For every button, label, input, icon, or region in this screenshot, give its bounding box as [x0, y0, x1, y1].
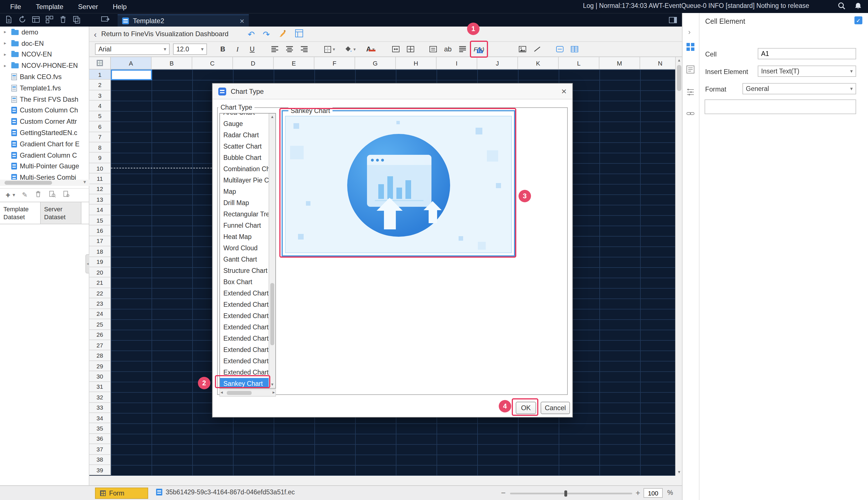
dataset-tab[interactable]: Template Dataset	[0, 202, 41, 224]
chart-type-option[interactable]: Bubble Chart	[220, 152, 270, 163]
tree-item[interactable]: Multi-Pointer Gauge	[0, 161, 89, 172]
row-header[interactable]: 14	[89, 205, 111, 215]
tree-item[interactable]: doc-EN	[0, 38, 89, 49]
row-header[interactable]: 6	[89, 122, 111, 132]
select-all-corner[interactable]	[89, 57, 111, 69]
row-header[interactable]: 17	[89, 236, 111, 247]
cell-ref-input[interactable]	[758, 48, 856, 59]
insert-line-button[interactable]	[531, 43, 544, 55]
row-header[interactable]: 13	[89, 194, 111, 205]
merge-cells-button[interactable]	[389, 43, 403, 55]
scroll-down-icon[interactable]: ▾	[676, 469, 682, 476]
font-family-select[interactable]: Arial ▾	[95, 44, 170, 55]
tree-item[interactable]: Multi-Series Combi	[0, 172, 89, 180]
chart-type-option[interactable]: Structure Chart	[220, 265, 270, 276]
tree-item[interactable]: The First FVS Dash	[0, 94, 89, 105]
chart-type-option[interactable]: Drill Map	[220, 197, 270, 208]
delete-template-icon[interactable]	[34, 190, 42, 199]
row-header[interactable]: 21	[89, 278, 111, 288]
list-horizontal-scrollbar[interactable]: ◂ ▸	[219, 389, 276, 397]
return-to-dashboard-link[interactable]: Return to FineVis Visualization Dashboar…	[101, 30, 229, 38]
chart-type-option[interactable]: Multilayer Pie Cha	[220, 174, 270, 186]
underline-button[interactable]: U	[245, 43, 259, 55]
chart-type-option[interactable]: Scatter Chart	[220, 141, 270, 152]
selected-cell-a1[interactable]	[111, 69, 152, 80]
format-brush-icon[interactable]	[278, 29, 287, 39]
row-header[interactable]: 7	[89, 132, 111, 143]
scroll-thumb[interactable]	[677, 65, 681, 91]
row-header[interactable]: 28	[89, 351, 111, 361]
column-header[interactable]: N	[640, 57, 675, 69]
tree-scrollbar[interactable]: ▾	[0, 180, 89, 186]
column-header[interactable]: M	[599, 57, 640, 69]
row-header[interactable]: 4	[89, 101, 111, 111]
column-header[interactable]: H	[396, 57, 436, 69]
vertical-scrollbar[interactable]: ▴ ▾	[675, 57, 682, 476]
menu-item[interactable]: Server	[78, 2, 98, 10]
tree-item[interactable]: demo	[0, 26, 89, 38]
column-header[interactable]: B	[152, 57, 192, 69]
tree-item[interactable]: NCOV-PHONE-EN	[0, 60, 89, 71]
cell-attributes-tab-icon[interactable]	[686, 65, 695, 76]
add-dropdown-icon[interactable]: ▾	[12, 192, 15, 197]
chart-type-option[interactable]: Extended Chart—	[220, 355, 270, 367]
tree-item[interactable]: Template1.fvs	[0, 82, 89, 94]
row-header[interactable]: 15	[89, 215, 111, 226]
tree-item[interactable]: NCOV-EN	[0, 49, 89, 60]
widget-manager-icon[interactable]	[294, 29, 304, 39]
chart-type-option[interactable]: Word Cloud	[220, 242, 270, 254]
row-header[interactable]: 16	[89, 226, 111, 236]
column-header[interactable]: L	[559, 57, 599, 69]
dialog-titlebar[interactable]: Chart Type ×	[213, 83, 572, 100]
menu-item[interactable]: Help	[113, 2, 127, 10]
components-icon[interactable]	[45, 15, 54, 25]
chart-type-option[interactable]: Map	[220, 186, 270, 197]
column-header[interactable]: J	[477, 57, 518, 69]
locate-template-icon[interactable]	[49, 190, 56, 199]
chart-type-option[interactable]: Extended Chart -	[220, 299, 270, 310]
undo-icon[interactable]: ↶	[248, 30, 255, 38]
tree-item[interactable]: GettingStartedEN.c	[0, 127, 89, 138]
row-header[interactable]: 37	[89, 444, 111, 455]
column-header[interactable]: E	[274, 57, 314, 69]
close-icon[interactable]: ×	[561, 86, 567, 96]
close-tab-icon[interactable]: ×	[240, 17, 244, 25]
unmerge-cells-button[interactable]	[404, 43, 417, 55]
menu-item[interactable]: File	[10, 2, 21, 10]
scroll-thumb[interactable]	[227, 391, 252, 395]
paragraph-button[interactable]	[456, 43, 469, 55]
border-button[interactable]: ▾	[320, 43, 339, 55]
preview-grid-icon[interactable]	[32, 15, 40, 25]
chart-type-option[interactable]: Extended Chart -	[220, 333, 270, 344]
row-header[interactable]: 32	[89, 392, 111, 402]
row-header[interactable]: 22	[89, 288, 111, 298]
chart-type-option[interactable]: Funnel Chart	[220, 220, 270, 231]
row-header[interactable]: 31	[89, 382, 111, 392]
scroll-up-icon[interactable]: ▴	[269, 114, 275, 120]
row-header[interactable]: 1	[89, 69, 111, 80]
back-chevron-icon[interactable]: ‹	[94, 30, 97, 38]
rename-icon[interactable]: ✎	[22, 191, 27, 198]
chart-type-option[interactable]: Rectangular Tree	[220, 208, 270, 220]
column-header[interactable]: A	[111, 57, 152, 69]
fill-color-button[interactable]: ▾	[341, 43, 360, 55]
cell-element-tab-icon[interactable]	[686, 42, 695, 53]
bold-button[interactable]: B	[216, 43, 230, 55]
new-template-icon[interactable]	[4, 15, 13, 25]
menu-item[interactable]: Template	[36, 2, 63, 10]
insert-element-select[interactable]: Insert Text(T) ▾	[758, 66, 856, 77]
font-size-select[interactable]: 12.0 ▾	[173, 44, 207, 55]
row-header[interactable]: 10	[89, 163, 111, 174]
chart-type-option[interactable]: Box Chart	[220, 276, 270, 287]
row-header[interactable]: 27	[89, 340, 111, 351]
template-tab[interactable]: Template2 ×	[118, 14, 249, 26]
cell-value-input[interactable]	[704, 100, 856, 114]
column-header[interactable]: I	[436, 57, 477, 69]
tab-list-icon[interactable]	[668, 16, 677, 26]
zoom-in-button[interactable]: +	[636, 488, 640, 497]
chart-type-option[interactable]: Extended Chart -	[220, 310, 270, 321]
column-header[interactable]: K	[518, 57, 559, 69]
align-center-button[interactable]	[283, 43, 296, 55]
scroll-down-icon[interactable]: ▾	[84, 179, 86, 185]
row-header[interactable]: 19	[89, 257, 111, 267]
